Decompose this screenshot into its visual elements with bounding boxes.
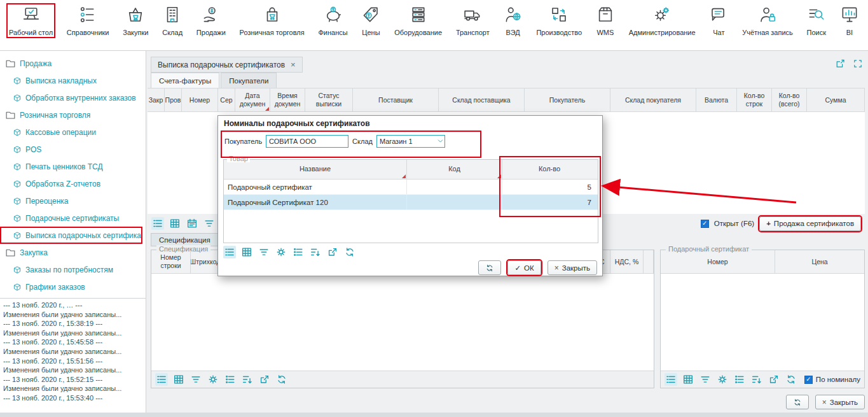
column-header[interactable]: Поставщик xyxy=(353,88,439,111)
toolbar-item-desktop[interactable]: Рабочий стол xyxy=(6,3,55,38)
gear-icon[interactable] xyxy=(207,373,219,386)
column-header[interactable]: Кол-во (всего) xyxy=(772,88,807,111)
subtab-0[interactable]: Счета-фактуры xyxy=(151,73,219,88)
column-header[interactable]: Штрихкод xyxy=(191,250,220,273)
dialog-close-button[interactable]: × Закрыть xyxy=(548,260,597,275)
nominal-checkbox[interactable]: ✓ xyxy=(804,376,813,384)
sidebar-item-5[interactable]: POS xyxy=(0,141,146,158)
column-header[interactable]: Валюта xyxy=(696,88,737,111)
toolbar-item-account[interactable]: Учётная запись xyxy=(740,3,796,38)
column-header[interactable]: Закр xyxy=(148,88,165,111)
toolbar-item-wms[interactable]: WMS xyxy=(593,3,617,38)
calendar-icon[interactable] xyxy=(186,217,198,230)
toolbar-item-catalog[interactable]: Справочники xyxy=(64,3,112,38)
toolbar-item-administration[interactable]: Администрирование xyxy=(626,3,698,38)
toolbar-item-equipment[interactable]: Оборудование xyxy=(392,3,444,38)
dialog-refresh-button[interactable] xyxy=(478,260,501,275)
column-header[interactable]: Время докумен xyxy=(270,88,305,111)
goods-row-0[interactable]: Подарочный сертификат5 xyxy=(224,180,598,195)
tab-specification[interactable]: Спецификация xyxy=(151,233,219,246)
column-header[interactable]: Склад поставщика xyxy=(439,88,525,111)
bullet-icon[interactable] xyxy=(733,373,746,386)
export-icon[interactable] xyxy=(258,373,271,386)
list-icon[interactable] xyxy=(151,217,164,230)
list-icon[interactable] xyxy=(223,246,236,258)
column-header[interactable]: Пров xyxy=(165,88,182,111)
column-header[interactable]: Склад покупателя xyxy=(610,88,696,111)
column-header[interactable]: Номер строки xyxy=(151,250,191,273)
toolbar-item-sales[interactable]: Продажи xyxy=(194,3,228,38)
sidebar-item-7[interactable]: Обработка Z-отчетов xyxy=(0,175,146,192)
filter-icon[interactable] xyxy=(189,373,202,386)
bullet-icon[interactable] xyxy=(292,246,305,258)
bullet-icon[interactable] xyxy=(224,373,237,386)
column-header[interactable]: Код xyxy=(407,160,502,179)
sidebar-item-13[interactable]: Графики заказов xyxy=(0,278,146,295)
filter-icon[interactable] xyxy=(203,217,216,230)
sidebar-item-1[interactable]: Выписка накладных xyxy=(0,72,146,89)
chevron-down-icon[interactable] xyxy=(437,138,444,145)
column-header[interactable]: Сумма xyxy=(807,88,865,111)
sidebar-folder-0[interactable]: Продажа xyxy=(0,55,146,72)
list-icon[interactable] xyxy=(665,373,677,386)
toolbar-item-prices[interactable]: Цены xyxy=(359,3,383,38)
fullscreen-icon[interactable] xyxy=(853,59,863,69)
grid-icon[interactable] xyxy=(240,246,253,258)
sidebar-item-2[interactable]: Обработка внутренних заказов xyxy=(0,89,146,106)
refresh-icon[interactable] xyxy=(275,373,288,386)
grid-icon[interactable] xyxy=(169,217,181,230)
refresh-button[interactable] xyxy=(786,395,809,409)
toolbar-item-foreign-trade[interactable]: ВЭД xyxy=(501,3,525,38)
gear-icon[interactable] xyxy=(275,246,287,258)
sidebar-folder-3[interactable]: Розничная торговля xyxy=(0,106,146,124)
column-header[interactable] xyxy=(644,250,654,273)
sortlist-icon[interactable] xyxy=(750,373,763,386)
export-icon[interactable] xyxy=(326,246,339,258)
open-filter-checkbox[interactable]: ✓ xyxy=(701,220,709,228)
sidebar-item-9[interactable]: Подарочные сертификаты xyxy=(0,209,146,227)
toolbar-item-warehouse[interactable]: Склад xyxy=(160,3,185,38)
toolbar-item-bi[interactable]: BI xyxy=(837,3,862,38)
column-header[interactable]: Номер xyxy=(182,88,218,111)
sidebar-item-6[interactable]: Печать ценников ТСД xyxy=(0,158,146,175)
sortlist-icon[interactable] xyxy=(309,246,322,258)
warehouse-input[interactable] xyxy=(376,135,445,148)
sell-certificates-button[interactable]: + Продажа сертификатов xyxy=(759,216,861,231)
subtab-1[interactable]: Покупатели xyxy=(221,73,277,88)
document-tab[interactable]: Выписка подарочных сертификатов × xyxy=(151,57,303,73)
goods-row-1[interactable]: Подарочный Сертификат 1207 xyxy=(224,195,598,210)
sidebar-item-10[interactable]: Выписка подарочных сертификатов xyxy=(0,227,142,244)
column-header[interactable]: Кол-во xyxy=(502,160,596,179)
list-icon[interactable] xyxy=(155,373,168,386)
column-header[interactable]: Статус выписки xyxy=(305,88,353,111)
ok-button[interactable]: ✓ ОК xyxy=(507,260,541,275)
grid-icon[interactable] xyxy=(682,373,694,386)
sortlist-icon[interactable] xyxy=(241,373,254,386)
filter-icon[interactable] xyxy=(699,373,712,386)
column-header[interactable]: НДС, % xyxy=(610,250,644,273)
toolbar-item-production[interactable]: Производство xyxy=(534,3,584,38)
column-header[interactable]: Кол-во строк xyxy=(737,88,772,111)
toolbar-item-transport[interactable]: Транспорт xyxy=(453,3,492,38)
refresh-icon[interactable] xyxy=(343,246,356,258)
column-header[interactable]: Название xyxy=(224,160,407,179)
grid-icon[interactable] xyxy=(172,373,185,386)
close-view-button[interactable]: × Закрыть xyxy=(815,395,865,409)
column-header[interactable]: Покупатель xyxy=(525,88,610,111)
specification-table-body[interactable] xyxy=(151,274,654,371)
refresh-icon[interactable] xyxy=(785,373,797,386)
column-header[interactable]: Дата докумен xyxy=(235,88,270,111)
detach-window-icon[interactable] xyxy=(835,59,845,69)
buyer-input[interactable] xyxy=(266,135,348,148)
toolbar-item-retail[interactable]: Розничная торговля xyxy=(237,3,307,38)
column-header[interactable]: Номер xyxy=(661,250,775,273)
sidebar-item-8[interactable]: Переоценка xyxy=(0,192,146,209)
tab-close-icon[interactable]: × xyxy=(291,60,296,69)
toolbar-item-purchases[interactable]: Закупки xyxy=(120,3,151,38)
column-header[interactable]: Цена xyxy=(775,250,864,273)
column-header[interactable]: Сер xyxy=(218,88,235,111)
certificate-table-body[interactable] xyxy=(661,274,864,371)
filter-icon[interactable] xyxy=(258,246,270,258)
sidebar-folder-11[interactable]: Закупка xyxy=(0,244,146,261)
toolbar-item-finance[interactable]: Финансы xyxy=(315,3,350,38)
